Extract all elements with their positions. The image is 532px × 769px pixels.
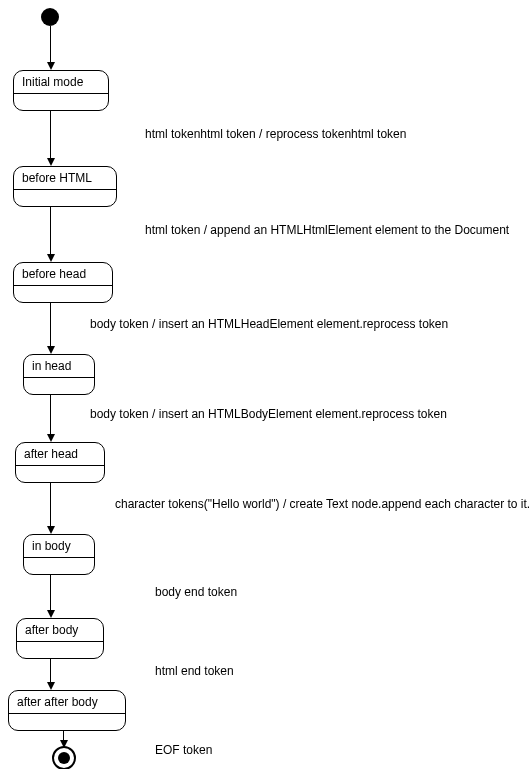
- arrow-head-icon: [47, 346, 55, 354]
- state-label: in body: [24, 535, 94, 558]
- transition-label: character tokens("Hello world") / create…: [115, 497, 530, 511]
- state-label: after body: [17, 619, 103, 642]
- arrow-head-icon: [47, 610, 55, 618]
- state-before-html: before HTML: [13, 166, 117, 207]
- transition-arrow: [50, 574, 51, 610]
- state-label: after after body: [9, 691, 125, 714]
- arrow-head-icon: [47, 434, 55, 442]
- transition-arrow: [50, 110, 51, 158]
- state-label: before HTML: [14, 167, 116, 190]
- state-in-head: in head: [23, 354, 95, 395]
- final-state-circle: [52, 746, 76, 769]
- state-label: in head: [24, 355, 94, 378]
- transition-label: html tokenhtml token / reprocess tokenht…: [145, 127, 406, 141]
- transition-arrow: [50, 26, 51, 62]
- state-label: before head: [14, 263, 112, 286]
- transition-label: body token / insert an HTMLHeadElement e…: [90, 317, 448, 331]
- arrow-head-icon: [47, 526, 55, 534]
- arrow-head-icon: [47, 62, 55, 70]
- transition-arrow: [50, 658, 51, 682]
- initial-state-circle: [41, 8, 59, 26]
- state-initial-mode: Initial mode: [13, 70, 109, 111]
- transition-label: body end token: [155, 585, 237, 599]
- transition-arrow: [50, 302, 51, 346]
- transition-arrow: [50, 482, 51, 526]
- state-label: after head: [16, 443, 104, 466]
- state-after-body: after body: [16, 618, 104, 659]
- arrow-head-icon: [47, 254, 55, 262]
- transition-arrow: [50, 394, 51, 434]
- transition-arrow: [50, 206, 51, 254]
- state-after-after-body: after after body: [8, 690, 126, 731]
- transition-label: body token / insert an HTMLBodyElement e…: [90, 407, 447, 421]
- transition-label: html token / append an HTMLHtmlElement e…: [145, 223, 509, 237]
- arrow-head-icon: [47, 158, 55, 166]
- transition-label: EOF token: [155, 743, 212, 757]
- state-before-head: before head: [13, 262, 113, 303]
- state-after-head: after head: [15, 442, 105, 483]
- transition-label: html end token: [155, 664, 234, 678]
- state-in-body: in body: [23, 534, 95, 575]
- arrow-head-icon: [47, 682, 55, 690]
- state-label: Initial mode: [14, 71, 108, 94]
